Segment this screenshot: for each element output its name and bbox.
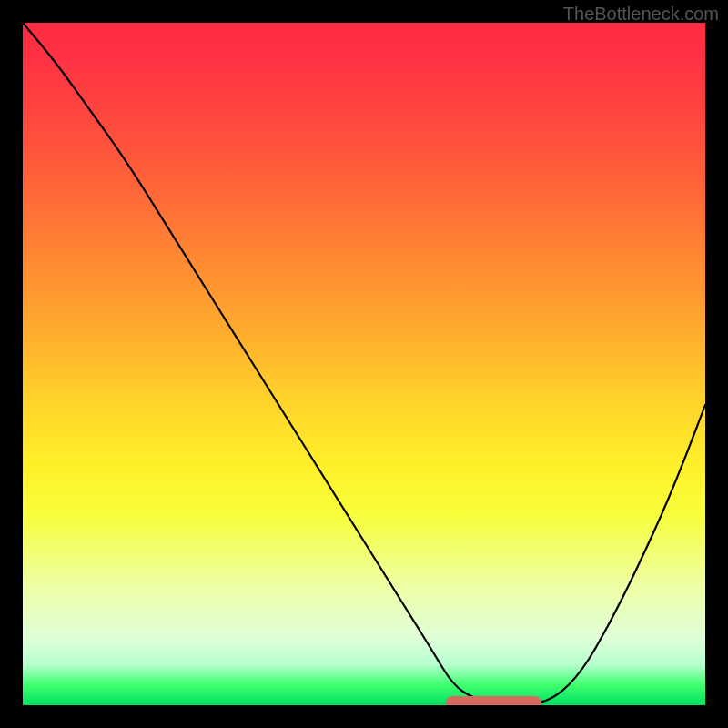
watermark-text: TheBottleneck.com [563, 4, 719, 25]
plot-area [23, 23, 705, 705]
bottleneck-curve [23, 23, 705, 705]
curve-svg [23, 23, 705, 705]
optimal-range-marker [446, 696, 541, 705]
